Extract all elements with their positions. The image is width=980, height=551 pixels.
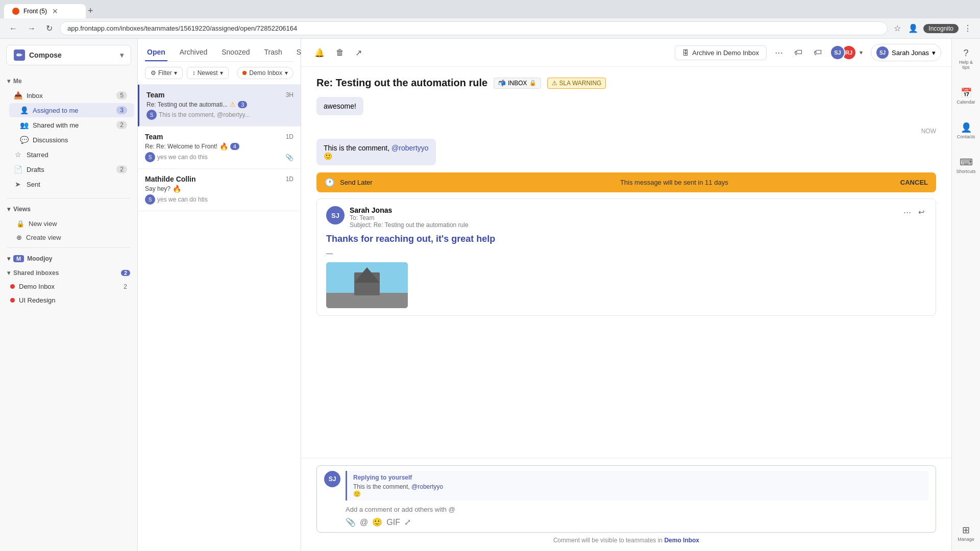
sidebar-item-new-view[interactable]: 🔒 New view [3,217,134,230]
compose-chevron-icon: ▾ [120,51,124,59]
create-view-label: Create view [26,234,61,241]
archive-button[interactable]: 🗄 Archive in Demo Inbox [675,45,767,60]
back-button[interactable]: ← [6,22,20,35]
ui-redesign-dot [10,298,15,303]
conv-item-1[interactable]: Team 3H Re: Testing out the automati... … [138,85,301,127]
tab-close-button[interactable]: ✕ [51,7,59,15]
tab-open[interactable]: Open [145,44,167,61]
snooze-button[interactable]: 🔔 [311,46,328,60]
sidebar-item-assigned[interactable]: 👤 Assigned to me 3 [9,103,134,117]
manage-button[interactable]: ⊞ Manage [953,520,978,546]
conv-item-2-sender: Team [145,133,163,141]
sidebar-item-sent[interactable]: ➤ Sent [3,177,134,191]
footer-inbox: Demo Inbox [664,537,699,544]
compose-button[interactable]: ✏ Compose ▾ [6,45,131,65]
sidebar-item-drafts[interactable]: 📄 Drafts 2 [3,162,134,177]
collapse-icon: ▾ [7,78,10,85]
conv-item-2-subject-text: Re: Re: Welcome to Front! [145,143,217,150]
conv-item-2[interactable]: Team 1D Re: Re: Welcome to Front! 🔥 4 S … [138,127,301,169]
tab-archived[interactable]: Archived [178,44,209,61]
move-button[interactable]: ↗ [352,46,365,60]
inbox-badge: 📬 INBOX 🔒 [494,78,541,89]
reply-toolbar: 📎 @ 🙂 GIF ⤢ [346,513,928,527]
delete-button[interactable]: 🗑 [333,46,347,59]
tab-snoozed[interactable]: Snoozed [219,44,252,61]
sort-button[interactable]: ↕ Newest ▾ [187,67,229,79]
shortcuts-button[interactable]: ⌨ Shortcuts [952,153,979,178]
conv-item-2-subject: Re: Re: Welcome to Front! 🔥 4 [145,142,293,151]
mention-button[interactable]: @ [360,518,368,527]
sort-chevron-icon: ▾ [220,69,223,77]
shared-inboxes-header[interactable]: ▾ Shared inboxes 2 [0,266,137,280]
email-more-button[interactable]: ⋯ [902,206,913,218]
new-view-icon: 🔒 [16,220,24,228]
moodjoy-collapse-icon: ▾ [7,255,10,262]
tab-trash[interactable]: Trash [262,44,284,61]
discussions-icon: 💬 [19,136,29,144]
sla-badge-text: SLA WARNING [559,80,602,87]
me-header[interactable]: ▾ Me [0,74,137,88]
emoji-button[interactable]: 🙂 [372,517,382,527]
sent-label: Sent [27,181,127,188]
active-browser-tab[interactable]: Front (5) ✕ [4,4,86,18]
address-bar[interactable]: app.frontapp.com/inboxes/teammates/15619… [60,21,888,35]
contacts-icon: 👤 [961,122,972,133]
sidebar-item-ui-redesign[interactable]: UI Redesign [3,294,134,307]
compose-area: ✏ Compose ▾ [0,39,137,71]
bookmark-email-button[interactable]: 🏷 [791,46,805,59]
send-later-label: Send Later [340,179,615,186]
contacts-button[interactable]: 👤 Contacts [953,118,979,143]
help-icon: ? [963,48,968,59]
expand-button[interactable]: ⤢ [404,517,411,527]
sidebar-item-shared[interactable]: 👥 Shared with me 2 [9,118,134,132]
me-section: ▾ Me 📥 Inbox 5 👤 Assigned to me 3 👥 Shar… [0,71,137,195]
email-card-subject: Subject: Re: Testing out the automation … [350,221,897,229]
reload-button[interactable]: ↻ [43,21,56,35]
views-header[interactable]: ▾ Views [0,202,137,217]
cancel-send-later-button[interactable]: CANCEL [900,179,928,186]
inbox-filter-label: Demo Inbox [249,69,282,77]
profile-button[interactable]: 👤 [906,21,920,35]
email-image [326,262,408,308]
email-reply-button[interactable]: ↩ [917,206,926,218]
moodjoy-badge: M [13,255,24,262]
inbox-filter-pill[interactable]: Demo Inbox ▾ [237,67,293,79]
menu-button[interactable]: ⋮ [962,21,974,35]
gif-button[interactable]: GIF [386,518,400,527]
bookmark-button[interactable]: ☆ [892,21,903,35]
more-options-button[interactable]: ⋯ [772,46,786,60]
sidebar-item-create-view[interactable]: ⊕ Create view [3,231,134,244]
comment-section: awesome! [316,97,936,120]
comment-input[interactable] [346,506,928,513]
attach-button[interactable]: 📎 [346,517,356,527]
conversation-list: Open Archived Snoozed Trash Spam ⚙ Filte… [138,39,301,551]
conv-item-3-preview-text: yes we can do htis [157,196,208,203]
avatar-group-chevron[interactable]: ▾ [856,47,866,58]
comment-bubble-2: This is the comment, @robertyyo 🙂 [316,139,436,165]
sidebar: ✏ Compose ▾ ▾ Me 📥 Inbox 5 👤 Assigned to… [0,39,138,551]
views-label: Views [13,206,31,213]
help-button[interactable]: ? Help & tips [952,44,980,74]
conv-item-3-time: 1D [286,176,293,183]
moodjoy-header[interactable]: ▾ M Moodjoy [0,251,137,266]
sidebar-item-starred[interactable]: ☆ Starred [3,147,134,162]
comment-emoji: 🙂 [324,152,332,160]
calendar-button[interactable]: 📅 Calendar [952,83,979,109]
assignee-button[interactable]: SJ Sarah Jonas ▾ [871,44,941,61]
new-tab-button[interactable]: + [86,4,95,18]
conv-item-3[interactable]: Mathilde Collin 1D Say hey? 🔥 S yes we c… [138,169,301,211]
filter-button[interactable]: ⚙ Filter ▾ [145,67,183,79]
new-view-label: New view [29,220,57,228]
sidebar-item-inbox[interactable]: 📥 Inbox 5 [3,88,134,103]
sidebar-item-discussions[interactable]: 💬 Discussions [9,133,134,147]
tag-button[interactable]: 🏷 [811,46,825,59]
email-card-sender: Sarah Jonas [350,206,897,214]
avatar-sj: SJ [830,45,845,60]
forward-button[interactable]: → [24,22,39,35]
conv-item-2-preview-text: yes we can do this [157,154,208,161]
assigned-count: 3 [116,106,127,114]
drafts-count: 2 [116,165,127,173]
drafts-label: Drafts [27,166,112,173]
sidebar-item-demo-inbox[interactable]: Demo Inbox 2 [3,280,134,293]
views-collapse-icon: ▾ [7,206,10,213]
